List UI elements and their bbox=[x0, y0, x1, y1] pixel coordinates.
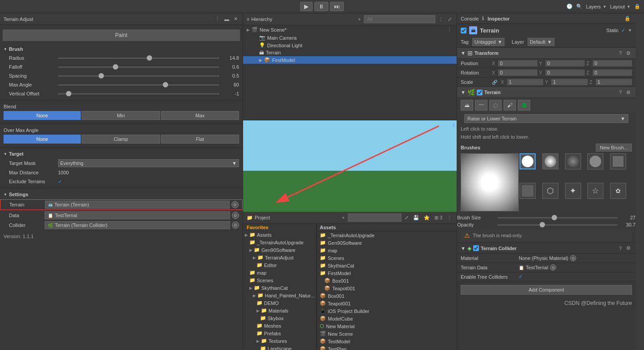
max-angle-thumb[interactable] bbox=[163, 82, 168, 87]
settings-terrain-field[interactable]: 🏔 Terrain (Terrain) bbox=[45, 201, 230, 209]
asset-new-material[interactable]: ⬡ New Material bbox=[317, 322, 457, 330]
max-angle-slider[interactable] bbox=[58, 84, 219, 86]
terrain-tool-paint[interactable]: 🖌 bbox=[504, 100, 516, 111]
folder-skybox[interactable]: 📁 Skybox bbox=[243, 314, 316, 322]
brush-thumb-10[interactable]: ✿ bbox=[610, 183, 626, 199]
terrain-component-header[interactable]: ▼ 🌿 Terrain ? ⚙ bbox=[457, 87, 636, 98]
spacing-slider[interactable] bbox=[58, 75, 219, 77]
settings-data-field[interactable]: 📋 TestTerrial bbox=[45, 211, 230, 219]
step-button[interactable]: ⏭ bbox=[330, 2, 344, 11]
static-dropdown-icon[interactable]: ▼ bbox=[628, 28, 632, 33]
collider-settings-btn[interactable]: ⚙ bbox=[625, 245, 632, 251]
over-max-none-button[interactable]: None bbox=[4, 135, 81, 144]
rot-x-value[interactable]: 0 bbox=[498, 70, 537, 76]
asset-box001-1[interactable]: 📦 Box001 bbox=[317, 277, 457, 284]
asset-testplan[interactable]: 📦 TestPlan bbox=[317, 345, 457, 350]
play-button[interactable]: ▶ bbox=[300, 2, 313, 11]
asset-map[interactable]: 📁 map bbox=[317, 247, 457, 254]
terrain-tool-smooth[interactable]: ◌ bbox=[489, 100, 502, 111]
rot-y-value[interactable]: 0 bbox=[545, 70, 585, 76]
folder-demo[interactable]: 📁 DEMO bbox=[243, 299, 316, 307]
hierarchy-item-newscene[interactable]: ▶ 🎬 New Scene* ⋮ bbox=[243, 25, 457, 34]
scale-x-value[interactable]: 1 bbox=[507, 79, 543, 85]
ta-more-btn[interactable]: ⋮ bbox=[214, 16, 221, 22]
paint-button[interactable]: Paint bbox=[3, 29, 240, 41]
hierarchy-item-options-btn[interactable]: ⋮ bbox=[446, 26, 453, 33]
asset-modelcube[interactable]: 📦 ModelCube bbox=[317, 315, 457, 322]
pause-button[interactable]: ⏸ bbox=[314, 2, 328, 11]
hierarchy-options-btn[interactable]: ⋮ bbox=[437, 16, 445, 23]
hierarchy-item-maincamera[interactable]: 📷 Main Camera bbox=[243, 34, 457, 41]
brush-thumb-6[interactable] bbox=[520, 183, 536, 199]
brush-thumb-5[interactable] bbox=[610, 153, 626, 169]
collider-question-btn[interactable]: ? bbox=[618, 245, 623, 251]
blend-none-button[interactable]: None bbox=[4, 111, 81, 120]
hierarchy-item-terrain[interactable]: 🏔 Terrain bbox=[243, 49, 457, 56]
folder-terrainsupgrade[interactable]: 📁 _TerrainAutoUpgrade bbox=[243, 239, 316, 246]
pos-z-value[interactable]: 0 bbox=[593, 60, 632, 66]
folder-editor[interactable]: 📁 Editor bbox=[243, 261, 316, 269]
ta-close-btn[interactable]: ✕ bbox=[232, 16, 239, 22]
folder-handpainted[interactable]: ▶ 📁 Hand_Painted_Natur... bbox=[243, 292, 316, 299]
asset-scenes[interactable]: 📁 Scenes bbox=[317, 254, 457, 262]
asset-new-scene[interactable]: 🎬 New Scene bbox=[317, 330, 457, 338]
folder-gen90[interactable]: ▶ 📁 Gen90Software bbox=[243, 246, 316, 254]
transform-component-header[interactable]: ▼ ⊞ Transform ? ⚙ bbox=[457, 48, 636, 59]
hierarchy-item-firstmodel[interactable]: ▶ 📦 FirstModel bbox=[243, 56, 457, 64]
asset-terrainsupgrade[interactable]: 📁 _TerrainAutoUpgrade bbox=[317, 231, 457, 239]
transform-settings-btn[interactable]: ⚙ bbox=[625, 50, 632, 57]
pos-y-value[interactable]: 0 bbox=[545, 60, 585, 66]
asset-gen90[interactable]: 📁 Gen90Software bbox=[317, 239, 457, 247]
folder-prefabs[interactable]: 📁 Prefabs bbox=[243, 329, 316, 337]
falloff-slider[interactable] bbox=[58, 66, 219, 68]
vertical-offset-thumb[interactable] bbox=[66, 91, 71, 96]
folder-skythiancat[interactable]: ▶ 📁 SkythianCat bbox=[243, 284, 316, 292]
folder-materials[interactable]: ▶ 📁 Materials bbox=[243, 307, 316, 314]
falloff-thumb[interactable] bbox=[113, 64, 118, 70]
settings-collider-field[interactable]: 🌿 Terrain (Terrain Collider) bbox=[45, 221, 230, 229]
tag-dropdown[interactable]: Untagged ▼ bbox=[472, 38, 505, 46]
project-add-btn[interactable]: + bbox=[340, 214, 346, 221]
terrain-comp-settings-btn[interactable]: ⚙ bbox=[625, 89, 632, 96]
brush-size-thumb[interactable] bbox=[552, 215, 557, 220]
rot-z-value[interactable]: 0 bbox=[593, 70, 632, 76]
blend-max-button[interactable]: Max bbox=[161, 111, 239, 120]
inspector-lock-btn[interactable]: 🔒 bbox=[623, 15, 632, 22]
ta-minimize-btn[interactable]: ▬ bbox=[223, 16, 231, 22]
project-save-btn[interactable]: 💾 bbox=[412, 214, 421, 221]
asset-firstmodel[interactable]: 📁 FirstModel bbox=[317, 269, 457, 277]
project-expand-btn[interactable]: ⤢ bbox=[403, 214, 410, 221]
settings-data-target-btn[interactable]: ⊙ bbox=[232, 212, 239, 219]
blend-min-button[interactable]: Min bbox=[82, 111, 160, 120]
collider-material-target-btn[interactable]: ⊙ bbox=[570, 255, 576, 261]
folder-landscape[interactable]: 📁 Landscape bbox=[243, 345, 316, 350]
scale-y-value[interactable]: 1 bbox=[551, 79, 587, 85]
brush-thumb-4[interactable] bbox=[587, 153, 603, 169]
inspector-tab[interactable]: Inspector bbox=[487, 16, 510, 21]
asset-teapot001-2[interactable]: 📦 Teapot001 bbox=[317, 300, 457, 307]
asset-box001-2[interactable]: 📦 Box001 bbox=[317, 292, 457, 300]
brush-size-slider[interactable] bbox=[497, 217, 618, 218]
layer-dropdown[interactable]: Default ▼ bbox=[528, 38, 554, 46]
radius-thumb[interactable] bbox=[147, 55, 152, 61]
layers-dropdown[interactable]: Layers ▼ bbox=[586, 4, 607, 9]
console-tab[interactable]: Console bbox=[461, 16, 479, 21]
folder-map[interactable]: 📁 map bbox=[243, 269, 316, 276]
add-component-button[interactable]: Add Component bbox=[461, 285, 632, 295]
over-max-flat-button[interactable]: Flat bbox=[161, 135, 239, 144]
brush-thumb-hex[interactable]: ⬡ bbox=[542, 183, 558, 199]
asset-testmodel[interactable]: 📦 TestModel bbox=[317, 338, 457, 345]
brush-thumb-star-solid[interactable]: ✦ bbox=[565, 183, 581, 199]
spacing-thumb[interactable] bbox=[99, 73, 104, 78]
folder-scenes[interactable]: 📁 Scenes bbox=[243, 276, 316, 284]
terrain-comp-question-btn[interactable]: ? bbox=[618, 89, 623, 95]
new-brush-button[interactable]: New Brush... bbox=[596, 144, 632, 152]
over-max-clamp-button[interactable]: Clamp bbox=[82, 135, 160, 144]
scale-z-value[interactable]: 1 bbox=[596, 79, 632, 85]
transform-question-btn[interactable]: ? bbox=[618, 50, 623, 56]
brush-thumb-3[interactable] bbox=[565, 153, 581, 169]
settings-terrain-target-btn[interactable]: ⊙ bbox=[231, 201, 239, 208]
collider-terraindata-target-btn[interactable]: ⊙ bbox=[550, 264, 556, 271]
project-options-btn[interactable]: ⋮ bbox=[446, 214, 453, 221]
layout-dropdown[interactable]: Layout ▼ bbox=[610, 4, 631, 9]
